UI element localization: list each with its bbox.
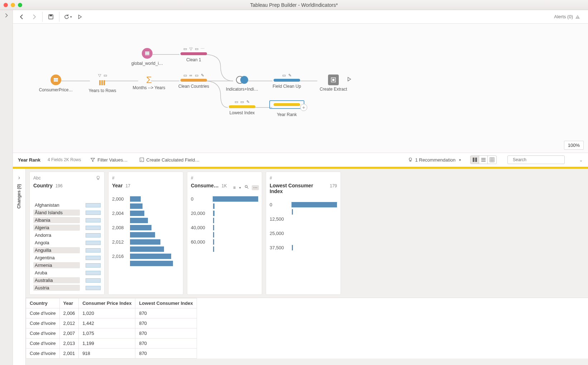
histogram-row[interactable]: 2,016 bbox=[112, 253, 179, 259]
forward-button[interactable] bbox=[28, 12, 40, 22]
histogram-bar bbox=[130, 239, 160, 245]
table-header-cell[interactable]: Consumer Price Index bbox=[79, 298, 135, 308]
flow-node-global-world[interactable]: global_world_i… bbox=[124, 48, 170, 66]
search-input[interactable] bbox=[513, 157, 567, 162]
flow-node-field-clean-up[interactable]: ▭✎ Field Clean Up bbox=[264, 73, 310, 89]
histogram-row[interactable]: 0 bbox=[191, 196, 258, 202]
country-value-label: Afghanistan bbox=[33, 202, 80, 208]
sort-dropdown-button[interactable]: ▾ bbox=[238, 185, 242, 190]
country-value-row[interactable]: Åland Islands bbox=[33, 209, 101, 216]
refresh-button[interactable]: ▾ bbox=[62, 12, 74, 22]
field-more-menu-button[interactable]: ⋯ bbox=[252, 185, 259, 190]
flow-node-indicators[interactable]: Indicators+Indi… bbox=[219, 75, 265, 92]
search-values-button[interactable] bbox=[244, 184, 250, 191]
flow-node-create-extract[interactable]: Create Extract bbox=[310, 75, 357, 92]
flow-node-consumer-price[interactable]: ConsumerPrice… bbox=[33, 75, 79, 92]
view-list-button[interactable] bbox=[479, 156, 488, 164]
view-grid-button[interactable] bbox=[488, 156, 496, 164]
changes-panel-rail[interactable]: › Changes (0) bbox=[13, 169, 26, 365]
table-header-cell[interactable]: Year bbox=[59, 298, 79, 308]
field-card-year[interactable]: # Year 17 2,0002,0042,0082,0122,016 bbox=[108, 172, 183, 295]
histogram-row[interactable] bbox=[112, 246, 179, 252]
country-value-row[interactable]: Aruba bbox=[33, 269, 101, 277]
histogram-row[interactable]: 2,000 bbox=[112, 196, 179, 202]
flow-node-lowest-index[interactable]: ▭▭✎ Lowest Index bbox=[219, 100, 265, 115]
country-value-row[interactable]: Australia bbox=[33, 277, 101, 284]
data-grid-table[interactable]: CountryYearConsumer Price IndexLowest Co… bbox=[26, 298, 197, 359]
recommendations-button[interactable]: 1 Recommendation ▾ bbox=[406, 156, 463, 164]
histogram-row[interactable]: 37,500 bbox=[270, 244, 337, 251]
flow-canvas[interactable]: global_world_i… ▭▽▭⋯ Clean 1 ConsumerPri… bbox=[13, 24, 588, 153]
table-row[interactable]: Cote d'Ivoire2,0061,020870 bbox=[26, 308, 197, 318]
histogram-row[interactable] bbox=[270, 251, 337, 258]
table-row[interactable]: Cote d'Ivoire2,0121,442870 bbox=[26, 318, 197, 328]
create-calc-button[interactable]: = Create Calculated Field… bbox=[137, 156, 202, 164]
flow-node-clean1[interactable]: ▭▽▭⋯ Clean 1 bbox=[170, 47, 217, 62]
histogram-row[interactable]: 20,000 bbox=[191, 210, 258, 216]
filter-values-button[interactable]: Filter Values… bbox=[88, 156, 130, 164]
histogram-row[interactable]: 0 bbox=[270, 201, 337, 208]
histogram-row[interactable] bbox=[270, 237, 337, 244]
histogram-row[interactable] bbox=[112, 260, 179, 266]
node-label: Year Rank bbox=[264, 112, 310, 117]
field-name-label: Consume… bbox=[191, 183, 219, 188]
table-row[interactable]: Cote d'Ivoire2,0131,199870 bbox=[26, 338, 197, 349]
lightbulb-icon[interactable] bbox=[96, 176, 101, 181]
save-button[interactable] bbox=[45, 12, 57, 22]
table-row[interactable]: Cote d'Ivoire2,001918870 bbox=[26, 349, 197, 359]
country-value-row[interactable]: Albania bbox=[33, 216, 101, 224]
connections-sidebar-toggle[interactable] bbox=[0, 10, 13, 365]
table-header-cell[interactable]: Country bbox=[26, 298, 60, 308]
alerts-indicator[interactable]: Alerts (0) bbox=[554, 14, 580, 19]
field-card-cpi[interactable]: # Consume… 1K ≡ ▾ ⋯ 020,00040,00060,000 bbox=[187, 172, 262, 295]
back-button[interactable] bbox=[16, 12, 28, 22]
field-card-lci[interactable]: # Lowest Consumer Index 179 012,50025,00… bbox=[266, 172, 341, 295]
histogram-row[interactable]: 12,500 bbox=[270, 216, 337, 222]
histogram-row[interactable]: 2,012 bbox=[112, 239, 179, 245]
search-field[interactable] bbox=[507, 155, 565, 164]
view-toggle bbox=[470, 155, 497, 164]
table-cell: 1,075 bbox=[79, 328, 135, 338]
histogram-row[interactable] bbox=[112, 203, 179, 209]
run-flow-button[interactable] bbox=[74, 12, 86, 22]
table-row[interactable]: Cote d'Ivoire2,0071,075870 bbox=[26, 328, 197, 338]
country-value-row[interactable]: Anguilla bbox=[33, 246, 101, 254]
flow-node-clean-countries[interactable]: ▭∞▭✎ Clean Countries bbox=[170, 73, 217, 89]
histogram-row[interactable]: 60,000 bbox=[191, 239, 258, 245]
histogram-row[interactable] bbox=[112, 217, 179, 224]
country-value-row[interactable]: Armenia bbox=[33, 261, 101, 269]
country-value-row[interactable]: Afghanistan bbox=[33, 201, 101, 209]
sort-button[interactable]: ≡ bbox=[232, 184, 236, 191]
run-output-button[interactable] bbox=[347, 77, 352, 83]
flow-node-years-to-rows[interactable]: ▽▭ Years to Rows bbox=[79, 73, 126, 93]
badge-icon: ▭ bbox=[183, 47, 187, 51]
country-value-row[interactable]: Andorra bbox=[33, 231, 101, 239]
histogram-row[interactable] bbox=[191, 231, 258, 238]
collapse-profile-button[interactable]: ⌄ bbox=[579, 157, 583, 163]
table-cell: 2,006 bbox=[59, 308, 79, 318]
country-value-row[interactable]: Argentina bbox=[33, 254, 101, 261]
histogram-row[interactable] bbox=[191, 203, 258, 209]
svg-rect-32 bbox=[97, 179, 99, 180]
table-cell: 870 bbox=[135, 338, 197, 349]
histogram-row[interactable]: 2,008 bbox=[112, 224, 179, 231]
zoom-level[interactable]: 100% bbox=[564, 141, 584, 150]
country-value-list: AfghanistanÅland IslandsAlbaniaAlgeriaAn… bbox=[33, 201, 101, 292]
country-value-row[interactable]: Austria bbox=[33, 284, 101, 292]
histogram-row[interactable] bbox=[270, 223, 337, 229]
histogram-row[interactable] bbox=[191, 246, 258, 252]
histogram-row[interactable]: 25,000 bbox=[270, 230, 337, 236]
field-card-country[interactable]: Abc Country 196 AfghanistanÅland Islands… bbox=[29, 172, 105, 295]
view-profile-button[interactable] bbox=[471, 156, 479, 164]
histogram-row[interactable] bbox=[270, 208, 337, 215]
histogram-row[interactable]: 2,004 bbox=[112, 210, 179, 216]
flow-node-months-years[interactable]: Σ Months --> Years bbox=[126, 75, 172, 90]
table-header-cell[interactable]: Lowest Consumer Index bbox=[135, 298, 197, 308]
chevron-right-icon: › bbox=[18, 174, 20, 181]
add-step-button[interactable]: + bbox=[300, 104, 307, 111]
country-value-row[interactable]: Angola bbox=[33, 239, 101, 246]
country-value-row[interactable]: Algeria bbox=[33, 224, 101, 231]
histogram-row[interactable] bbox=[191, 217, 258, 224]
histogram-row[interactable] bbox=[112, 231, 179, 238]
histogram-row[interactable]: 40,000 bbox=[191, 224, 258, 231]
